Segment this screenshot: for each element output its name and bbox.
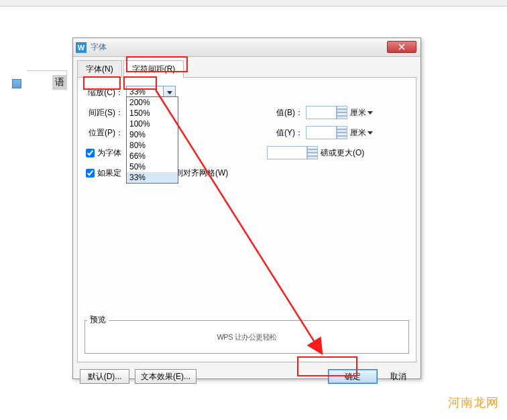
kerning-spinner[interactable] <box>267 146 318 159</box>
dialog-title: 字体 <box>91 42 107 53</box>
value-b-group: 值(B)： 厘米 <box>274 104 373 121</box>
snap-label: 如果定 <box>97 167 121 179</box>
font-dialog: W 字体 字体(N) 字符间距(R) 缩放(C)： 33% 200% 150% … <box>72 38 421 379</box>
chevron-down-icon[interactable] <box>368 111 373 115</box>
value-y-label: 值(Y)： <box>274 127 303 139</box>
default-button[interactable]: 默认(D)... <box>80 369 129 384</box>
kerning-label: 为字体 <box>97 147 121 159</box>
tab-strip: 字体(N) 字符间距(R) <box>77 60 416 77</box>
scale-option[interactable]: 50% <box>127 161 178 172</box>
kerning-unit: 磅或更大(O) <box>321 147 364 159</box>
app-icon: W <box>76 42 87 53</box>
position-label: 位置(P)： <box>86 127 123 139</box>
kerning-spin-group: 磅或更大(O) <box>267 145 364 161</box>
titlebar[interactable]: W 字体 <box>73 38 420 57</box>
cancel-button[interactable]: 取消 <box>383 369 414 384</box>
page-top-edge <box>0 0 507 7</box>
spin-down[interactable] <box>307 153 318 159</box>
preview-group: 预览 WPS 让办公更轻松 <box>84 309 409 354</box>
snap-checkbox[interactable]: 如果定 <box>86 167 121 179</box>
scale-option[interactable]: 90% <box>127 129 178 140</box>
kerning-input[interactable] <box>267 146 307 159</box>
spin-down[interactable] <box>337 113 347 119</box>
watermark: 河南龙网 <box>448 395 499 411</box>
ok-button[interactable]: 确定 <box>328 369 378 384</box>
scale-option[interactable]: 150% <box>127 108 178 119</box>
close-button[interactable] <box>387 41 416 53</box>
spin-down[interactable] <box>337 133 347 139</box>
value-y-group: 值(Y)： 厘米 <box>274 125 373 141</box>
preview-legend: 预览 <box>87 314 109 326</box>
value-b-label: 值(B)： <box>274 107 303 119</box>
scale-option[interactable]: 33% <box>127 172 178 183</box>
value-y-spinner[interactable] <box>306 126 347 139</box>
paste-options-icon[interactable] <box>12 79 21 88</box>
snap-tail: 则对齐网格(W) <box>175 167 228 179</box>
tab-spacing[interactable]: 字符间距(R) <box>123 60 184 78</box>
scale-option[interactable]: 100% <box>127 119 178 129</box>
value-b-input[interactable] <box>306 106 337 119</box>
preview-box: WPS 让办公更轻松 <box>84 320 409 354</box>
scale-dropdown-list[interactable]: 200% 150% 100% 90% 80% 66% 50% 33% <box>126 96 178 184</box>
chevron-down-icon[interactable] <box>368 131 373 135</box>
spacing-label: 间距(S)： <box>86 107 123 119</box>
value-b-unit: 厘米 <box>350 107 366 119</box>
scale-option[interactable]: 200% <box>127 97 178 108</box>
value-b-spinner[interactable] <box>306 106 347 119</box>
tab-font[interactable]: 字体(N) <box>77 60 122 78</box>
value-y-input[interactable] <box>306 126 337 139</box>
snap-check-input[interactable] <box>86 169 95 178</box>
selected-text: 语 <box>52 75 67 90</box>
chevron-down-icon <box>167 91 172 94</box>
kerning-check-input[interactable] <box>86 149 95 157</box>
close-icon <box>398 44 405 50</box>
preview-sample: WPS 让办公更轻松 <box>217 332 276 342</box>
scale-label: 缩放(C)： <box>86 87 123 98</box>
spin-up[interactable] <box>337 106 347 113</box>
button-bar: 默认(D)... 文本效果(E)... 确定 取消 <box>73 366 420 389</box>
value-y-unit: 厘米 <box>350 127 366 139</box>
spin-up[interactable] <box>337 126 347 133</box>
tab-panel-spacing: 缩放(C)： 33% 200% 150% 100% 90% 80% 66% 50… <box>77 77 416 362</box>
kerning-checkbox[interactable]: 为字体 <box>86 147 121 159</box>
scale-option[interactable]: 80% <box>127 140 178 151</box>
text-effects-button[interactable]: 文本效果(E)... <box>135 369 196 384</box>
spin-up[interactable] <box>307 146 318 153</box>
scale-option[interactable]: 66% <box>127 151 178 161</box>
